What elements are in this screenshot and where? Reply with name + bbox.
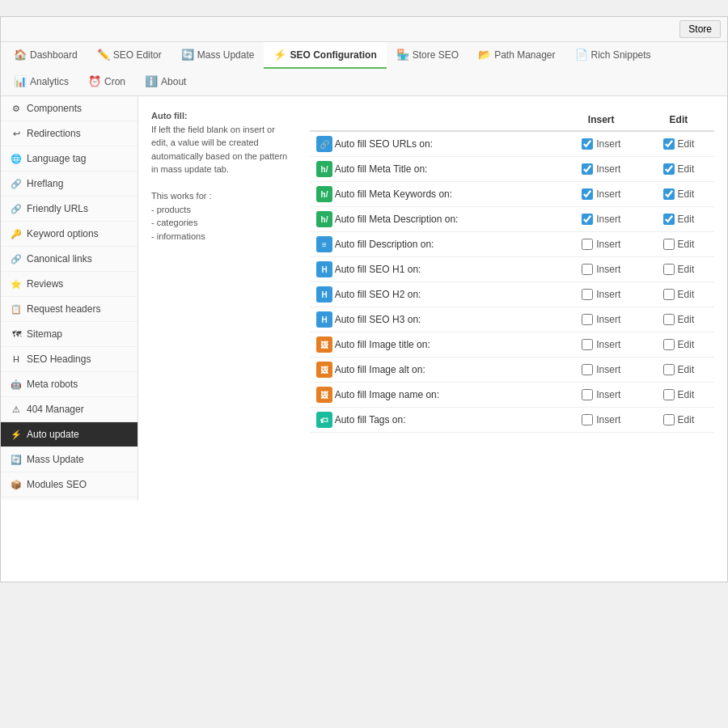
sidebar-item-auto-update[interactable]: ⚡Auto update <box>1 422 138 447</box>
insert-checkbox-seo-h3[interactable] <box>582 314 593 325</box>
insert-checkbox-description[interactable] <box>582 239 593 250</box>
tab-dashboard[interactable]: 🏠Dashboard <box>4 42 87 69</box>
edit-checkbox-seo-h3[interactable] <box>663 314 675 325</box>
tab-rich-snippets[interactable]: 📄Rich Snippets <box>565 42 661 69</box>
row-text-image-title: Auto fill Image title on: <box>335 339 430 350</box>
edit-checkbox-image-title[interactable] <box>663 339 675 350</box>
edit-label-seo-h3: Edit <box>678 314 695 325</box>
tab-label-seo-editor: SEO Editor <box>113 49 162 61</box>
edit-checkbox-seo-h1[interactable] <box>663 264 675 275</box>
sidebar-label-sitemap: Sitemap <box>27 328 62 340</box>
col-label-header <box>310 109 560 131</box>
sidebar-icon-language-tag: 🌐 <box>11 153 22 164</box>
table-row: 🖼 Auto fill Image title on: Insert Edit <box>310 332 714 358</box>
row-icon-meta-title: h/ <box>316 161 332 177</box>
edit-checkbox-meta-title[interactable] <box>663 163 675 175</box>
table-row: H Auto fill SEO H3 on: Insert Edit <box>310 307 714 332</box>
insert-checkbox-seo-h1[interactable] <box>582 264 593 275</box>
sidebar-item-seo-headings[interactable]: HSEO Headings <box>1 347 138 372</box>
row-label-seo-h1: H Auto fill SEO H1 on: <box>310 257 560 282</box>
sidebar-item-request-headers[interactable]: 📋Request headers <box>1 297 138 322</box>
edit-checkbox-meta-keywords[interactable] <box>663 188 675 200</box>
insert-label-image-name: Insert <box>596 389 620 400</box>
edit-checkbox-image-name[interactable] <box>663 389 675 400</box>
edit-checkbox-tags[interactable] <box>663 414 675 425</box>
insert-checkbox-meta-title[interactable] <box>582 163 593 175</box>
insert-checkbox-seo-urls[interactable] <box>582 138 593 150</box>
insert-cell-seo-urls: Insert <box>560 131 643 157</box>
row-icon-image-title: 🖼 <box>316 336 332 353</box>
edit-label-image-alt: Edit <box>678 364 695 375</box>
sidebar-item-404-manager[interactable]: ⚠404 Manager <box>1 397 138 422</box>
tab-mass-update[interactable]: 🔄Mass Update <box>171 42 265 69</box>
edit-checkbox-description[interactable] <box>663 239 675 250</box>
store-button[interactable]: Store <box>679 20 721 38</box>
edit-cell-description: Edit <box>643 232 714 257</box>
tab-seo-editor[interactable]: ✏️SEO Editor <box>87 42 171 69</box>
sidebar-item-mass-update[interactable]: 🔄Mass Update <box>1 447 138 472</box>
insert-checkbox-seo-h2[interactable] <box>582 289 593 300</box>
insert-label-seo-h2: Insert <box>596 289 620 300</box>
edit-checkbox-seo-h2[interactable] <box>663 289 675 300</box>
insert-checkbox-tags[interactable] <box>582 414 593 425</box>
sidebar-icon-auto-update: ⚡ <box>11 429 22 440</box>
tab-icon-analytics: 📊 <box>14 75 27 87</box>
tab-icon-cron: ⏰ <box>88 75 101 87</box>
sidebar-icon-friendly-urls: 🔗 <box>11 203 22 214</box>
insert-checkbox-image-name[interactable] <box>582 389 593 400</box>
insert-label-seo-urls: Insert <box>596 138 620 150</box>
edit-cell-meta-description: Edit <box>643 207 714 232</box>
row-icon-tags: 🏷 <box>316 412 332 428</box>
edit-cell-image-title: Edit <box>643 332 714 358</box>
row-label-meta-description: h/ Auto fill Meta Description on: <box>310 207 560 232</box>
edit-checkbox-seo-urls[interactable] <box>663 138 675 150</box>
tab-analytics[interactable]: 📊Analytics <box>4 69 78 95</box>
sidebar-item-modules-seo[interactable]: 📦Modules SEO <box>1 472 138 497</box>
insert-checkbox-image-title[interactable] <box>582 339 593 350</box>
tab-cron[interactable]: ⏰Cron <box>78 69 135 95</box>
sidebar-item-keyword-options[interactable]: 🔑Keyword options <box>1 222 138 247</box>
sidebar-label-404-manager: 404 Manager <box>27 404 84 415</box>
autofill-title: Auto fill: <box>151 111 188 121</box>
insert-label-seo-h1: Insert <box>596 264 620 275</box>
row-icon-seo-urls: 🔗 <box>316 136 332 152</box>
config-section: Insert Edit 🔗 Auto fill SEO URLs on: Ins… <box>310 109 714 433</box>
sidebar-item-components[interactable]: ⚙Components <box>1 96 138 121</box>
sidebar-label-auto-update: Auto update <box>27 429 79 440</box>
sidebar-item-friendly-urls[interactable]: 🔗Friendly URLs <box>1 197 138 222</box>
sidebar-label-modules-seo: Modules SEO <box>27 479 87 490</box>
tab-icon-dashboard: 🏠 <box>14 49 27 61</box>
edit-checkbox-image-alt[interactable] <box>663 364 675 375</box>
edit-checkbox-meta-description[interactable] <box>663 214 675 225</box>
insert-checkbox-meta-keywords[interactable] <box>582 188 593 200</box>
tab-store-seo[interactable]: 🏪Store SEO <box>387 42 468 69</box>
sidebar-icon-sitemap: 🗺 <box>11 328 22 340</box>
sidebar-item-redirections[interactable]: ↩Redirections <box>1 121 138 146</box>
insert-checkbox-meta-description[interactable] <box>582 214 593 225</box>
col-insert-header: Insert <box>560 109 643 131</box>
sidebar-item-sitemap[interactable]: 🗺Sitemap <box>1 322 138 347</box>
sidebar-item-hreflang[interactable]: 🔗Hreflang <box>1 171 138 197</box>
sidebar-item-meta-robots[interactable]: 🤖Meta robots <box>1 372 138 397</box>
tab-about[interactable]: ℹ️About <box>135 69 196 95</box>
sidebar-label-language-tag: Language tag <box>27 153 86 164</box>
row-label-seo-h2: H Auto fill SEO H2 on: <box>310 282 560 307</box>
row-icon-seo-h1: H <box>316 261 332 277</box>
tab-seo-config[interactable]: ⚡SEO Configuration <box>264 42 386 69</box>
row-label-seo-urls: 🔗 Auto fill SEO URLs on: <box>310 131 560 157</box>
tab-icon-seo-config: ⚡ <box>273 49 286 61</box>
row-text-meta-title: Auto fill Meta Title on: <box>335 163 428 175</box>
insert-label-meta-description: Insert <box>596 214 620 225</box>
sidebar-item-canonical-links[interactable]: 🔗Canonical links <box>1 247 138 272</box>
edit-cell-seo-urls: Edit <box>643 131 714 157</box>
tab-path-manager[interactable]: 📂Path Manager <box>468 42 565 69</box>
table-row: H Auto fill SEO H2 on: Insert Edit <box>310 282 714 307</box>
sidebar: ⚙Components↩Redirections🌐Language tag🔗Hr… <box>1 96 138 501</box>
main-content: ⚙Components↩Redirections🌐Language tag🔗Hr… <box>1 96 727 501</box>
sidebar-label-components: Components <box>27 103 82 114</box>
sidebar-item-language-tag[interactable]: 🌐Language tag <box>1 146 138 171</box>
row-label-tags: 🏷 Auto fill Tags on: <box>310 408 560 433</box>
row-label-image-title: 🖼 Auto fill Image title on: <box>310 332 560 358</box>
insert-checkbox-image-alt[interactable] <box>582 364 593 375</box>
sidebar-item-reviews[interactable]: ⭐Reviews <box>1 272 138 297</box>
